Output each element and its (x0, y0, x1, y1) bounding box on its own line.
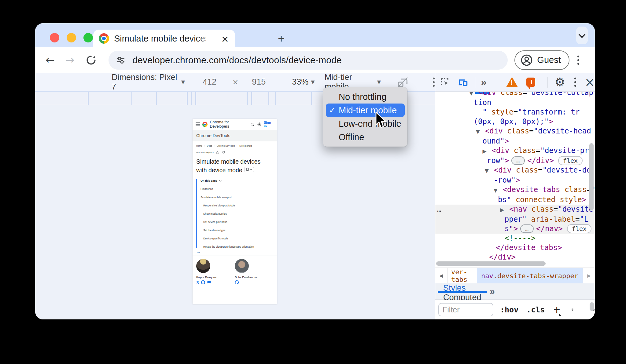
site-breadcrumb-item[interactable]: Docs (207, 144, 212, 147)
media-query-marker[interactable] (191, 92, 192, 105)
bookmark-button[interactable] (244, 167, 254, 172)
sidebar-more-tabs-button[interactable]: » (487, 283, 498, 299)
flex-badge[interactable]: flex (558, 156, 583, 165)
site-breadcrumb-item[interactable]: More panels (239, 144, 252, 147)
throttle-option[interactable]: ✓Mid-tier mobile (326, 104, 405, 117)
site-breadcrumb-item[interactable]: Chrome DevTools (217, 144, 235, 147)
media-query-marker[interactable] (131, 92, 132, 105)
toc-link[interactable]: Device-specific mode (201, 237, 273, 240)
dom-node-line[interactable]: row">…</div>flex (435, 156, 595, 166)
elements-tree[interactable]: ▼<div class="devsite-collaption" style="… (435, 92, 595, 260)
github-icon[interactable] (201, 280, 205, 284)
viewport-height-input[interactable]: 915 (252, 77, 266, 87)
toc-link[interactable]: Set device pixel ratio (201, 220, 273, 224)
new-tab-button[interactable]: + (274, 32, 288, 45)
dom-node-line[interactable]: ▼<div class="devsite-do (435, 166, 595, 176)
device-frame[interactable]: Chrome for Developers (193, 119, 277, 304)
sidebar-tab-styles[interactable]: Styles (438, 283, 487, 293)
avatar[interactable] (196, 259, 210, 273)
sign-in-link[interactable]: Sign in (264, 121, 274, 128)
dom-node-line[interactable]: …▶<nav class="devsite (435, 205, 595, 215)
rotate-viewport-icon[interactable] (397, 76, 409, 88)
breadcrumb-item[interactable]: ver-tabs (447, 268, 477, 283)
more-ellipsis[interactable]: ... (197, 250, 273, 253)
inspect-element-icon[interactable] (440, 76, 450, 88)
omnibox[interactable]: developer.chrome.com/docs/devtools/devic… (109, 51, 508, 70)
dom-node-line[interactable]: ▶<div class="devsite-pr (435, 146, 595, 156)
breadcrumb-item-selected[interactable]: nav.devsite-tabs-wrapper (477, 268, 583, 283)
forward-button[interactable]: → (65, 54, 74, 66)
minimize-window-button[interactable] (67, 33, 76, 42)
tab-search-button[interactable] (576, 27, 588, 44)
media-query-marker[interactable] (275, 92, 276, 105)
devtools-menu-button[interactable] (574, 78, 576, 87)
search-icon[interactable] (250, 122, 255, 127)
dom-node-line[interactable]: </devsite-tabs> (435, 243, 595, 253)
site-settings-icon[interactable] (116, 55, 126, 65)
new-style-rule-button[interactable]: + (553, 304, 560, 315)
media-query-marker[interactable] (187, 92, 188, 105)
styles-filter-input[interactable] (438, 303, 493, 316)
dom-node-line[interactable]: s">…</nav>flex (435, 224, 595, 234)
expand-ellipsis-badge[interactable]: … (520, 224, 534, 233)
media-query-marker[interactable] (268, 92, 269, 105)
dom-node-line[interactable]: ▼<div class="devsite-collap (435, 92, 595, 98)
breadcrumb-back-button[interactable]: ◀ (435, 268, 447, 283)
media-query-marker[interactable] (247, 92, 248, 105)
horizontal-scrollbar[interactable] (436, 261, 546, 266)
dom-node-line[interactable]: ound"> (435, 136, 595, 146)
warnings-icon[interactable] (506, 77, 518, 87)
toc-link[interactable]: Limitations (201, 187, 273, 191)
browser-menu-button[interactable] (577, 56, 579, 65)
throttle-option[interactable]: ✓Offline (326, 130, 405, 144)
toc-link[interactable]: Simulate a mobile viewport (201, 196, 273, 199)
dom-node-line[interactable]: pper" aria-label="L (435, 215, 595, 224)
dom-node-line[interactable]: ▼<devsite-tabs class=" (435, 185, 595, 195)
site-section-banner[interactable]: Chrome DevTools (193, 130, 277, 141)
thumb-up-icon[interactable] (216, 151, 219, 154)
dom-node-line[interactable]: bs" connected style> (435, 195, 595, 205)
media-query-marker[interactable] (311, 92, 312, 105)
theme-toggle-icon[interactable] (257, 122, 261, 127)
zoom-window-button[interactable] (83, 33, 93, 42)
dom-node-line[interactable]: ▼<div class="devsite-head (435, 126, 595, 136)
device-mode-menu-button[interactable] (433, 78, 435, 87)
dom-node-line[interactable]: <!----> (435, 234, 595, 243)
vertical-scrollbar[interactable] (590, 302, 594, 311)
dom-node-line[interactable]: " style="transform: tr (435, 107, 595, 117)
adorner-ellipsis-icon[interactable]: … (437, 205, 442, 214)
dom-node-line[interactable]: tion (435, 98, 595, 107)
toggle-hover-state-button[interactable]: :hov (500, 305, 518, 314)
throttle-option[interactable]: ✓Low-end mobile (326, 117, 405, 130)
toc-link[interactable]: Set the device type (201, 229, 273, 232)
flex-badge[interactable]: flex (567, 224, 591, 233)
tab-close-button[interactable]: × (220, 34, 230, 44)
more-panels-button[interactable]: » (481, 76, 486, 88)
x-social-icon[interactable]: 𝕏 (196, 281, 199, 284)
toggle-class-button[interactable]: .cls (526, 305, 545, 314)
media-query-marker[interactable] (88, 92, 89, 105)
toc-link[interactable]: Responsive Viewport Mode (201, 204, 273, 207)
rendering-emulation-icon[interactable] (571, 304, 574, 315)
viewport-width-input[interactable]: 412 (203, 77, 216, 87)
toc-link[interactable]: Rotate the viewport to landscape orienta… (201, 245, 273, 248)
toc-link[interactable]: Show media queries (201, 212, 273, 215)
devtools-close-button[interactable]: × (585, 76, 595, 88)
media-query-marker[interactable] (195, 92, 196, 105)
media-query-marker[interactable] (156, 92, 157, 105)
browser-tab[interactable]: Simulate mobile devices with × (93, 30, 235, 47)
site-breadcrumb[interactable]: Home›Docs›Chrome DevTools›More panels (196, 144, 273, 147)
avatar[interactable] (235, 259, 249, 273)
device-toolbar-toggle-icon[interactable] (458, 76, 468, 88)
on-this-page-title[interactable]: On this page (201, 179, 273, 182)
media-query-marker[interactable] (251, 92, 252, 105)
settings-gear-icon[interactable]: ⚙ (554, 75, 565, 89)
zoom-select[interactable]: 33% (292, 77, 308, 87)
site-breadcrumb-item[interactable]: Home (196, 144, 202, 147)
back-button[interactable]: ← (46, 54, 55, 66)
dom-node-line[interactable]: (0px, 0px, 0px);"> (435, 117, 595, 126)
reload-button[interactable] (85, 54, 97, 66)
profile-button[interactable]: Guest (514, 50, 569, 70)
menu-icon[interactable] (196, 122, 200, 126)
breadcrumb-forward-button[interactable]: ▶ (583, 268, 595, 283)
